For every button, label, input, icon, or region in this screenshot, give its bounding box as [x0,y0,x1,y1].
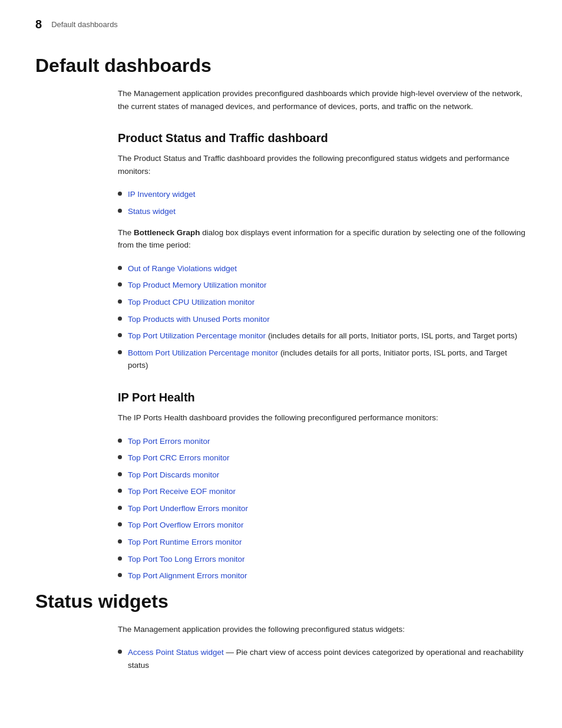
top-port-crc-errors-monitor-link[interactable]: Top Port CRC Errors monitor [128,452,230,465]
list-item: Top Port Discards monitor [118,469,527,482]
bullet-dot [118,439,122,443]
list-item: Top Port Receive EOF monitor [118,485,527,498]
status-widgets-title: Status widgets [35,591,527,612]
list-item: Top Port Runtime Errors monitor [118,536,527,549]
top-port-util-suffix: (includes details for all ports, Initiat… [266,331,517,340]
bullet-dot [118,333,122,337]
bullet-dot [118,506,122,510]
bottleneck-links-list: Out of Range Violations widget Top Produ… [118,262,527,372]
status-widgets-content-block: The Management application provides the … [118,623,527,672]
status-widgets-intro: The Management application provides the … [118,623,527,636]
top-product-cpu-utilization-monitor-link[interactable]: Top Product CPU Utilization monitor [128,298,254,307]
list-item: Top Product Memory Utilization monitor [118,279,527,292]
out-of-range-violations-widget-link[interactable]: Out of Range Violations widget [128,264,237,273]
bullet-dot [118,209,122,213]
ip-inventory-widget-link[interactable]: IP Inventory widget [128,190,196,199]
list-item: Top Port Too Long Errors monitor [118,553,527,566]
list-item: Top Products with Unused Ports monitor [118,313,527,326]
bullet-dot [118,522,122,526]
top-product-memory-utilization-monitor-link[interactable]: Top Product Memory Utilization monitor [128,281,267,289]
top-port-discards-monitor-link[interactable]: Top Port Discards monitor [128,469,219,482]
top-port-overflow-errors-monitor-link[interactable]: Top Port Overflow Errors monitor [128,519,244,532]
bullet-dot [118,472,122,476]
top-port-underflow-errors-monitor-link[interactable]: Top Port Underflow Errors monitor [128,502,248,515]
bullet-dot [118,317,122,321]
bottom-port-utilization-percentage-monitor-link[interactable]: Bottom Port Utilization Percentage monit… [128,348,278,357]
top-port-alignment-errors-monitor-link[interactable]: Top Port Alignment Errors monitor [128,569,247,582]
list-item: Bottom Port Utilization Percentage monit… [118,347,527,372]
top-port-runtime-errors-monitor-link[interactable]: Top Port Runtime Errors monitor [128,536,242,549]
basic-links-list: IP Inventory widget Status widget [118,188,527,218]
bullet-dot [118,489,122,493]
page-number: 8 [35,18,42,31]
list-item: Top Port Errors monitor [118,435,527,448]
list-item: Out of Range Violations widget [118,262,527,275]
ip-port-health-title: IP Port Health [118,391,527,404]
list-item: IP Inventory widget [118,188,527,201]
bullet-dot [118,192,122,196]
list-item: Top Port Utilization Percentage monitor … [118,330,527,342]
list-item: Top Product CPU Utilization monitor [118,296,527,309]
bullet-dot [118,539,122,543]
top-port-receive-eof-monitor-link[interactable]: Top Port Receive EOF monitor [128,485,236,498]
bottleneck-intro-prefix: The [118,228,134,237]
product-status-intro: The Product Status and Traffic dashboard… [118,152,527,177]
bullet-dot [118,266,122,270]
top-products-with-unused-ports-monitor-link[interactable]: Top Products with Unused Ports monitor [128,315,270,324]
bullet-dot [118,455,122,459]
top-port-errors-monitor-link[interactable]: Top Port Errors monitor [128,435,210,448]
product-status-title: Product Status and Traffic dashboard [118,131,527,145]
bullet-dot [118,573,122,577]
bottleneck-bold: Bottleneck Graph [134,228,200,237]
ip-port-health-intro: The IP Ports Health dashboard provides t… [118,411,527,424]
bullet-dot [118,299,122,304]
list-item: Status widget [118,205,527,218]
list-item: Top Port Underflow Errors monitor [118,502,527,515]
bullet-dot [118,556,122,561]
page-header: 8 Default dashboards [35,18,527,31]
content-block: The Management application provides prec… [118,87,527,582]
main-intro: The Management application provides prec… [118,87,527,113]
list-item: Top Port Overflow Errors monitor [118,519,527,532]
chapter-title: Default dashboards [51,20,118,29]
main-section-title: Default dashboards [35,55,527,77]
status-widgets-list: Access Point Status widget — Pie chart v… [118,646,527,671]
list-item: Access Point Status widget — Pie chart v… [118,646,527,671]
bullet-dot [118,650,122,654]
bullet-dot [118,282,122,286]
top-port-utilization-percentage-monitor-link[interactable]: Top Port Utilization Percentage monitor [128,331,266,340]
top-port-too-long-errors-monitor-link[interactable]: Top Port Too Long Errors monitor [128,553,245,566]
list-item: Top Port Alignment Errors monitor [118,569,527,582]
status-widget-link[interactable]: Status widget [128,207,176,216]
bottleneck-intro-text: The Bottleneck Graph dialog box displays… [118,226,527,252]
bullet-dot [118,350,122,354]
ip-port-health-links-list: Top Port Errors monitor Top Port CRC Err… [118,435,527,582]
access-point-status-widget-link[interactable]: Access Point Status widget [128,648,224,657]
list-item: Top Port CRC Errors monitor [118,452,527,465]
